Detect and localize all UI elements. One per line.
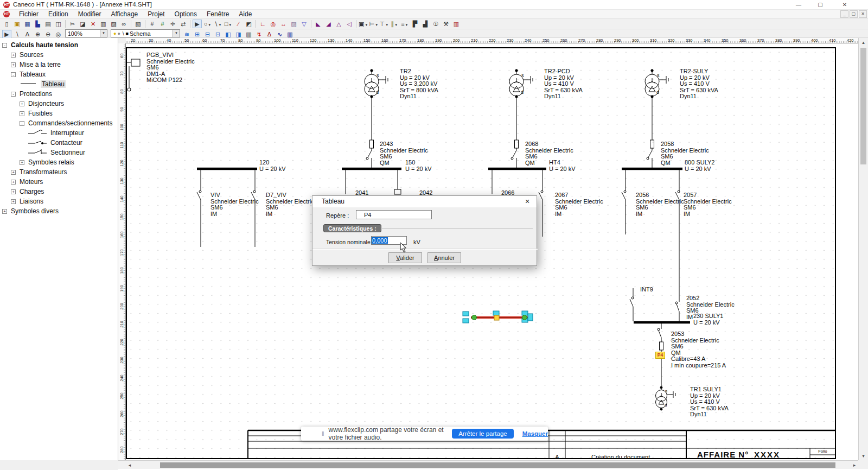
text-tool-icon[interactable]: A	[23, 30, 32, 39]
pen-line-icon[interactable]: ∖	[12, 30, 22, 39]
rotate-left-icon[interactable]: ◣	[314, 20, 323, 28]
vertical-scrollbar[interactable]: ▴ ▾	[858, 38, 868, 460]
print-icon[interactable]: ▤	[43, 20, 53, 28]
valider-button[interactable]: Valider	[388, 252, 422, 263]
expand-icon[interactable]: +	[20, 111, 24, 116]
expand-icon[interactable]: +	[20, 101, 24, 106]
sidebar-item-commandes-sectionnements[interactable]: -Commandes/sectionnements	[0, 118, 118, 128]
close-button[interactable]: ✕	[835, 0, 854, 10]
bolt-icon[interactable]: ↯	[254, 30, 264, 39]
grid-icon[interactable]: #	[148, 20, 157, 28]
help-book-icon[interactable]: ▥	[451, 20, 461, 28]
sidebar-item-charges[interactable]: +Charges	[0, 187, 118, 196]
expand-icon[interactable]: +	[11, 199, 16, 204]
filter-icon[interactable]: ▽	[299, 20, 309, 28]
expand-icon[interactable]: +	[11, 62, 16, 67]
chevron-down-icon[interactable]: ▼	[375, 23, 378, 27]
page-props-icon[interactable]: ◨	[234, 30, 243, 39]
stats-icon[interactable]: ∿	[275, 30, 284, 39]
menu-aide[interactable]: Aide	[234, 10, 257, 18]
image-icon[interactable]: ▨	[289, 20, 298, 28]
move-icon[interactable]: ✛	[168, 20, 177, 28]
find-icon[interactable]: ∞	[119, 20, 129, 28]
expand-icon[interactable]: +	[11, 53, 16, 58]
flip-vertical-icon[interactable]: △	[334, 20, 343, 28]
mdi-close-button[interactable]: ✕	[859, 10, 867, 18]
delete-icon[interactable]: ✕	[88, 20, 98, 28]
minimize-button[interactable]: —	[789, 0, 808, 10]
project-data-icon[interactable]: ▙	[33, 20, 42, 28]
vscroll-thumb[interactable]	[860, 48, 866, 164]
collapse-icon[interactable]: -	[11, 92, 16, 97]
select-arrow-icon[interactable]: ▶	[193, 20, 202, 28]
menu-fenetre[interactable]: Fenêtre	[202, 10, 234, 18]
hide-banner-link[interactable]: Masquer	[522, 430, 548, 437]
chevron-down-icon[interactable]: ▼	[100, 30, 107, 37]
collapse-icon[interactable]: -	[11, 72, 16, 77]
collapse-icon[interactable]: -	[2, 43, 7, 48]
chevron-down-icon[interactable]: ▼	[385, 23, 388, 27]
sidebar-item-moteurs[interactable]: +Moteurs	[0, 177, 118, 187]
copy-icon[interactable]: ◪	[78, 20, 87, 28]
align-left-icon[interactable]: ⊢▼	[369, 20, 378, 28]
send-back-icon[interactable]: ▟	[420, 20, 430, 28]
sidebar-item-symboles-relais[interactable]: +Symboles relais	[0, 157, 118, 167]
zoom-in-icon[interactable]: ⊕	[33, 30, 42, 39]
rotate-right-icon[interactable]: ◢	[324, 20, 333, 28]
sidebar-item-liaisons[interactable]: +Liaisons	[0, 196, 118, 206]
sheet-copy-icon[interactable]: ⊟	[203, 30, 212, 39]
cut-icon[interactable]: ✂	[68, 20, 77, 28]
sidebar-item-symboles-divers[interactable]: +Symboles divers	[0, 206, 118, 216]
delta-icon[interactable]: Δ	[265, 30, 274, 39]
group-icon[interactable]: ▣▼	[359, 20, 368, 28]
zoom-tool-icon[interactable]: ○▼	[203, 20, 212, 28]
sidebar-item-mise-la-terre[interactable]: +Mise à la terre	[0, 60, 118, 69]
close-icon[interactable]: ✕	[521, 197, 533, 206]
menu-edition[interactable]: Edition	[43, 10, 73, 18]
table-grid-icon[interactable]: ▥	[285, 30, 295, 39]
expand-icon[interactable]: +	[2, 209, 7, 214]
scroll-right-icon[interactable]: ▸	[851, 461, 858, 469]
chevron-down-icon[interactable]: ▼	[365, 23, 368, 27]
distribute-h-icon[interactable]: ∥▼	[390, 20, 399, 28]
chevron-down-icon[interactable]: ▼	[173, 30, 180, 37]
zoom-level-combo[interactable]: 100% ▼	[65, 29, 107, 37]
layers-icon[interactable]: ≋	[182, 30, 192, 39]
layer-combo[interactable]: ● ● ∖ ■ Schema ▼	[111, 29, 180, 37]
page-new-icon[interactable]: ◧	[224, 30, 233, 39]
print-preview-icon[interactable]: ◫	[54, 20, 63, 28]
layer-swap-icon[interactable]: ⇄	[178, 20, 188, 28]
sheet-grid-icon[interactable]: ⊞	[193, 30, 202, 39]
dialog-title[interactable]: Tableau	[312, 196, 537, 207]
repere-input[interactable]	[356, 210, 432, 219]
save-icon[interactable]: ▦	[23, 20, 32, 28]
paste-icon[interactable]: ▥	[99, 20, 108, 28]
flip-horizontal-icon[interactable]: ◁	[344, 20, 354, 28]
stop-sharing-button[interactable]: Arrêter le partage	[452, 429, 514, 439]
chevron-down-icon[interactable]: ▼	[228, 23, 232, 27]
zoom-out-icon[interactable]: ⊖	[43, 30, 53, 39]
restore-button[interactable]: ▢	[811, 0, 829, 10]
expand-icon[interactable]: +	[11, 170, 16, 175]
open-folder-icon[interactable]: ▣	[12, 20, 22, 28]
sidebar-item-calculs-haute-tension[interactable]: -Calculs haute tension	[0, 40, 118, 50]
tools-icon[interactable]: ⚒	[441, 20, 450, 28]
mdi-minimize-button[interactable]: _	[840, 10, 848, 18]
collapse-icon[interactable]: -	[20, 121, 24, 126]
sheet-number-icon[interactable]: ⊡	[213, 30, 222, 39]
frame-tool-icon[interactable]: ◩	[244, 20, 253, 28]
scroll-left-icon[interactable]: ◂	[126, 461, 133, 469]
pen-tool-icon[interactable]: ∕	[234, 20, 243, 28]
horizontal-scrollbar[interactable]: ◂ ▸	[118, 460, 858, 469]
align-top-icon[interactable]: ⊤▼	[379, 20, 388, 28]
menu-options[interactable]: Options	[170, 10, 202, 18]
distribute-v-icon[interactable]: ≡▼	[400, 20, 409, 28]
node-icon[interactable]: ◎	[269, 20, 278, 28]
paste-special-icon[interactable]: ▨	[109, 20, 118, 28]
copy-format-icon[interactable]: ▥	[244, 30, 253, 39]
sidebar-item-transformateurs[interactable]: +Transformateurs	[0, 167, 118, 177]
annuler-button[interactable]: Annuler	[427, 252, 461, 263]
chevron-down-icon[interactable]: ▼	[219, 23, 222, 27]
rect-tool-icon[interactable]: □▼	[224, 20, 233, 28]
select-arrow2-icon[interactable]: ▶	[2, 30, 11, 39]
